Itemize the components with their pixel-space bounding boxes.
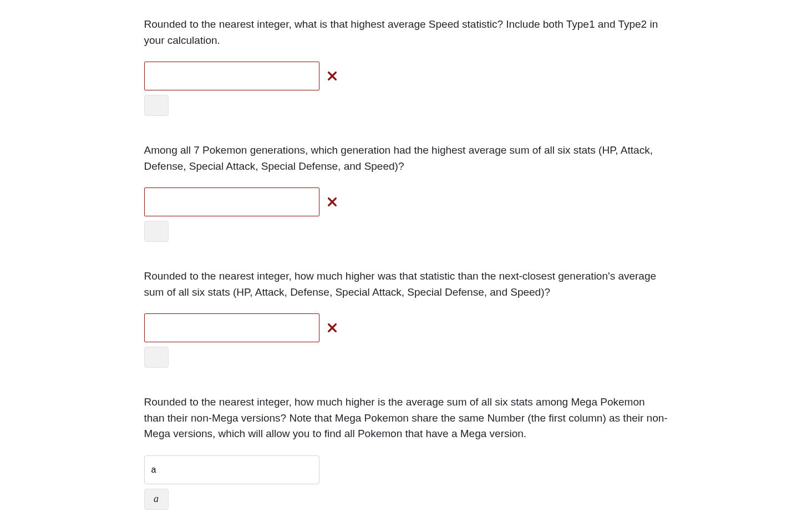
question-block: Rounded to the nearest integer, what is … <box>144 17 668 116</box>
answer-input[interactable] <box>144 187 319 216</box>
answer-input[interactable] <box>144 455 319 484</box>
question-block: Rounded to the nearest integer, how much… <box>144 268 668 368</box>
answer-preview <box>144 95 169 116</box>
answer-input[interactable] <box>144 313 319 342</box>
answer-preview <box>144 221 169 242</box>
answer-preview: a <box>144 489 169 510</box>
answer-row <box>144 62 668 90</box>
wrong-icon <box>327 71 337 81</box>
answer-input[interactable] <box>144 62 319 90</box>
question-text: Rounded to the nearest integer, what is … <box>144 17 668 48</box>
quiz-container: Rounded to the nearest integer, what is … <box>133 17 679 510</box>
question-block: Among all 7 Pokemon generations, which g… <box>144 143 668 242</box>
answer-preview <box>144 347 169 368</box>
answer-row <box>144 455 668 484</box>
answer-row <box>144 187 668 216</box>
question-text: Rounded to the nearest integer, how much… <box>144 394 668 442</box>
question-text: Rounded to the nearest integer, how much… <box>144 268 668 300</box>
answer-row <box>144 313 668 342</box>
question-text: Among all 7 Pokemon generations, which g… <box>144 143 668 174</box>
question-block: Rounded to the nearest integer, how much… <box>144 394 668 510</box>
wrong-icon <box>327 197 337 207</box>
wrong-icon <box>327 323 337 333</box>
